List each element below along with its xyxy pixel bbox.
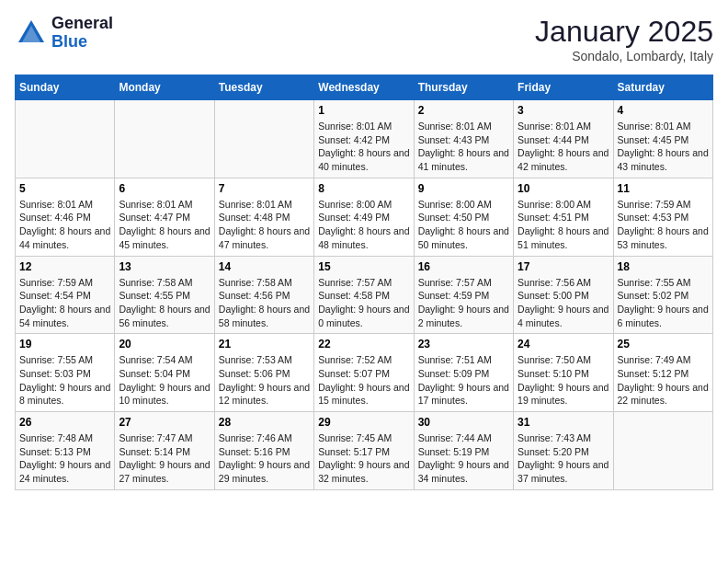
calendar-body: 1Sunrise: 8:01 AM Sunset: 4:42 PM Daylig…	[16, 100, 713, 490]
day-number: 16	[418, 260, 509, 273]
calendar-day-cell: 8Sunrise: 8:00 AM Sunset: 4:49 PM Daylig…	[314, 178, 414, 256]
day-info: Sunrise: 8:01 AM Sunset: 4:46 PM Dayligh…	[19, 198, 110, 252]
day-info: Sunrise: 7:44 AM Sunset: 5:19 PM Dayligh…	[418, 431, 509, 486]
calendar-week-row: 1Sunrise: 8:01 AM Sunset: 4:42 PM Daylig…	[16, 100, 713, 178]
day-info: Sunrise: 7:53 AM Sunset: 5:06 PM Dayligh…	[219, 353, 310, 408]
day-info: Sunrise: 7:49 AM Sunset: 5:12 PM Dayligh…	[618, 353, 709, 408]
calendar-week-row: 26Sunrise: 7:48 AM Sunset: 5:13 PM Dayli…	[16, 412, 713, 490]
calendar-day-cell: 29Sunrise: 7:45 AM Sunset: 5:17 PM Dayli…	[314, 412, 414, 490]
day-info: Sunrise: 7:46 AM Sunset: 5:16 PM Dayligh…	[219, 431, 310, 486]
calendar-day-cell	[613, 412, 712, 490]
day-info: Sunrise: 7:48 AM Sunset: 5:13 PM Dayligh…	[19, 431, 110, 486]
days-of-week-row: SundayMondayTuesdayWednesdayThursdayFrid…	[16, 75, 713, 100]
calendar-table: SundayMondayTuesdayWednesdayThursdayFrid…	[15, 75, 713, 490]
page-header: General Blue January 2025 Sondalo, Lomba…	[15, 15, 713, 63]
day-number: 28	[219, 416, 310, 429]
calendar-day-cell: 9Sunrise: 8:00 AM Sunset: 4:50 PM Daylig…	[414, 178, 513, 256]
calendar-day-cell: 25Sunrise: 7:49 AM Sunset: 5:12 PM Dayli…	[613, 334, 712, 412]
calendar-day-cell: 10Sunrise: 8:00 AM Sunset: 4:51 PM Dayli…	[514, 178, 613, 256]
day-number: 29	[318, 416, 409, 429]
calendar-week-row: 5Sunrise: 8:01 AM Sunset: 4:46 PM Daylig…	[16, 178, 713, 256]
day-number: 1	[318, 104, 409, 117]
calendar-day-cell: 13Sunrise: 7:58 AM Sunset: 4:55 PM Dayli…	[115, 256, 214, 334]
calendar-day-cell: 15Sunrise: 7:57 AM Sunset: 4:58 PM Dayli…	[314, 256, 414, 334]
day-info: Sunrise: 8:01 AM Sunset: 4:45 PM Dayligh…	[618, 120, 709, 174]
day-info: Sunrise: 7:55 AM Sunset: 5:03 PM Dayligh…	[19, 353, 110, 408]
day-number: 10	[518, 182, 609, 195]
day-number: 13	[119, 260, 210, 273]
day-info: Sunrise: 7:59 AM Sunset: 4:53 PM Dayligh…	[618, 198, 709, 252]
day-number: 30	[418, 416, 509, 429]
day-info: Sunrise: 7:58 AM Sunset: 4:55 PM Dayligh…	[119, 276, 210, 330]
day-number: 27	[119, 416, 210, 429]
day-number: 22	[318, 338, 409, 350]
calendar-week-row: 19Sunrise: 7:55 AM Sunset: 5:03 PM Dayli…	[16, 334, 713, 412]
calendar-day-cell: 18Sunrise: 7:55 AM Sunset: 5:02 PM Dayli…	[613, 256, 712, 334]
calendar-day-cell: 31Sunrise: 7:43 AM Sunset: 5:20 PM Dayli…	[514, 412, 613, 490]
calendar-day-cell: 27Sunrise: 7:47 AM Sunset: 5:14 PM Dayli…	[115, 412, 214, 490]
day-number: 25	[618, 338, 709, 350]
day-number: 24	[518, 338, 609, 350]
logo-icon	[15, 17, 48, 50]
title-block: January 2025 Sondalo, Lombardy, Italy	[535, 15, 713, 63]
day-number: 11	[618, 182, 709, 195]
dow-header: Sunday	[16, 75, 115, 100]
calendar-day-cell	[214, 100, 313, 178]
day-info: Sunrise: 7:43 AM Sunset: 5:20 PM Dayligh…	[518, 431, 609, 486]
day-info: Sunrise: 8:01 AM Sunset: 4:48 PM Dayligh…	[219, 198, 310, 252]
day-info: Sunrise: 7:47 AM Sunset: 5:14 PM Dayligh…	[119, 431, 210, 486]
logo-text: General Blue	[51, 15, 113, 52]
day-info: Sunrise: 8:00 AM Sunset: 4:49 PM Dayligh…	[318, 198, 409, 252]
dow-header: Wednesday	[314, 75, 414, 100]
calendar-day-cell	[16, 100, 115, 178]
day-info: Sunrise: 7:57 AM Sunset: 4:59 PM Dayligh…	[418, 276, 509, 330]
day-number: 20	[119, 338, 210, 350]
calendar-day-cell: 22Sunrise: 7:52 AM Sunset: 5:07 PM Dayli…	[314, 334, 414, 412]
day-number: 21	[219, 338, 310, 350]
day-info: Sunrise: 7:50 AM Sunset: 5:10 PM Dayligh…	[518, 353, 609, 408]
calendar-day-cell: 5Sunrise: 8:01 AM Sunset: 4:46 PM Daylig…	[16, 178, 115, 256]
calendar-day-cell: 23Sunrise: 7:51 AM Sunset: 5:09 PM Dayli…	[414, 334, 513, 412]
calendar-day-cell: 17Sunrise: 7:56 AM Sunset: 5:00 PM Dayli…	[514, 256, 613, 334]
calendar-day-cell: 12Sunrise: 7:59 AM Sunset: 4:54 PM Dayli…	[16, 256, 115, 334]
calendar-day-cell: 11Sunrise: 7:59 AM Sunset: 4:53 PM Dayli…	[613, 178, 712, 256]
day-info: Sunrise: 7:56 AM Sunset: 5:00 PM Dayligh…	[518, 276, 609, 330]
day-number: 4	[618, 104, 709, 117]
calendar-day-cell: 1Sunrise: 8:01 AM Sunset: 4:42 PM Daylig…	[314, 100, 414, 178]
day-number: 6	[119, 182, 210, 195]
calendar-day-cell: 16Sunrise: 7:57 AM Sunset: 4:59 PM Dayli…	[414, 256, 513, 334]
day-number: 14	[219, 260, 310, 273]
day-info: Sunrise: 8:01 AM Sunset: 4:43 PM Dayligh…	[418, 120, 509, 174]
calendar-day-cell: 21Sunrise: 7:53 AM Sunset: 5:06 PM Dayli…	[214, 334, 313, 412]
day-number: 15	[318, 260, 409, 273]
day-number: 5	[19, 182, 110, 195]
calendar-day-cell: 19Sunrise: 7:55 AM Sunset: 5:03 PM Dayli…	[16, 334, 115, 412]
calendar-day-cell: 14Sunrise: 7:58 AM Sunset: 4:56 PM Dayli…	[214, 256, 313, 334]
calendar-day-cell: 3Sunrise: 8:01 AM Sunset: 4:44 PM Daylig…	[514, 100, 613, 178]
calendar-day-cell: 2Sunrise: 8:01 AM Sunset: 4:43 PM Daylig…	[414, 100, 513, 178]
location: Sondalo, Lombardy, Italy	[535, 49, 713, 63]
dow-header: Thursday	[414, 75, 513, 100]
day-info: Sunrise: 7:58 AM Sunset: 4:56 PM Dayligh…	[219, 276, 310, 330]
day-number: 23	[418, 338, 509, 350]
day-info: Sunrise: 8:00 AM Sunset: 4:50 PM Dayligh…	[418, 198, 509, 252]
day-number: 18	[618, 260, 709, 273]
dow-header: Monday	[115, 75, 214, 100]
calendar-day-cell: 24Sunrise: 7:50 AM Sunset: 5:10 PM Dayli…	[514, 334, 613, 412]
day-info: Sunrise: 7:57 AM Sunset: 4:58 PM Dayligh…	[318, 276, 409, 330]
dow-header: Saturday	[613, 75, 712, 100]
dow-header: Tuesday	[214, 75, 313, 100]
day-info: Sunrise: 7:52 AM Sunset: 5:07 PM Dayligh…	[318, 353, 409, 408]
day-number: 7	[219, 182, 310, 195]
day-number: 31	[518, 416, 609, 429]
calendar-day-cell: 26Sunrise: 7:48 AM Sunset: 5:13 PM Dayli…	[16, 412, 115, 490]
day-info: Sunrise: 7:45 AM Sunset: 5:17 PM Dayligh…	[318, 431, 409, 486]
day-number: 3	[518, 104, 609, 117]
day-number: 12	[19, 260, 110, 273]
day-info: Sunrise: 8:01 AM Sunset: 4:42 PM Dayligh…	[318, 120, 409, 174]
day-info: Sunrise: 8:00 AM Sunset: 4:51 PM Dayligh…	[518, 198, 609, 252]
calendar-day-cell: 7Sunrise: 8:01 AM Sunset: 4:48 PM Daylig…	[214, 178, 313, 256]
calendar-day-cell: 20Sunrise: 7:54 AM Sunset: 5:04 PM Dayli…	[115, 334, 214, 412]
calendar-day-cell	[115, 100, 214, 178]
dow-header: Friday	[514, 75, 613, 100]
